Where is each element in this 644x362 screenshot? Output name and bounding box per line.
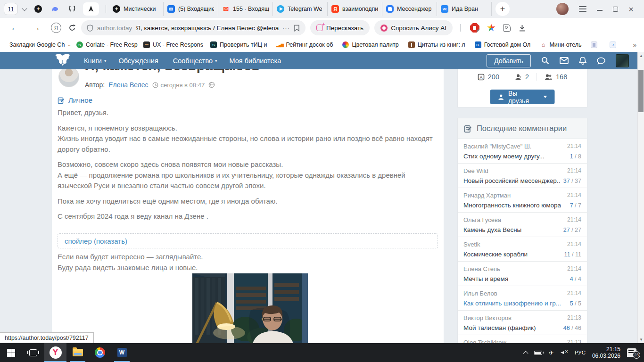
tab-list-chevron-icon[interactable] xyxy=(22,6,27,11)
comment-item[interactable]: Василий "MistyCave" Ш. 21:14 Стих одному… xyxy=(458,139,587,164)
task-view-button[interactable] xyxy=(22,343,44,362)
messages-button[interactable] xyxy=(560,57,569,64)
comment-item[interactable]: Виктор Викторов 21:13 Мой талисман (фанф… xyxy=(458,311,587,335)
notifications-button[interactable] xyxy=(579,57,586,65)
reload-button[interactable] xyxy=(68,24,76,32)
stat-works[interactable]: A 200 xyxy=(470,73,507,81)
browser-tab[interactable]: Мессенджер xyxy=(382,2,437,16)
notification-center-button[interactable]: 23 xyxy=(627,348,636,357)
browser-tab[interactable]: взаимоподпи xyxy=(328,2,382,16)
author-link[interactable]: Елена Велес xyxy=(108,81,148,89)
comment-item[interactable]: Dee Wild 21:14 Новый российский мессендж… xyxy=(458,164,587,188)
bookmark-item[interactable]: Цитаты из книг: л xyxy=(405,41,469,48)
battery-icon[interactable] xyxy=(534,351,542,355)
tray-expand-icon[interactable] xyxy=(523,351,528,356)
taskbar-chrome[interactable] xyxy=(89,343,111,362)
comment-work-title[interactable]: Как отличить шизофрению и гр... xyxy=(463,300,561,307)
scrollbar-thumb[interactable] xyxy=(638,70,644,112)
comment-work-title[interactable]: Новый российский мессенджер... xyxy=(463,177,560,184)
tag-extension-icon[interactable] xyxy=(503,24,511,32)
scroll-up-arrow[interactable]: ▲ xyxy=(638,52,644,59)
taskbar-file-explorer[interactable] xyxy=(66,343,89,362)
nav-item[interactable]: Книги ▾ xyxy=(84,57,106,65)
comment-author[interactable]: Илья Белов xyxy=(463,290,497,297)
forward-button[interactable]: → xyxy=(28,23,44,33)
comment-author[interactable]: Виктор Викторов xyxy=(463,314,512,321)
comment-item[interactable]: Елена Степь 21:14 Мечты и время 4 / 4 xyxy=(458,262,587,286)
comment-work-title[interactable]: Камень духа Весны xyxy=(463,226,521,233)
comment-author[interactable]: Svetik xyxy=(463,241,480,248)
bookmark-item[interactable]: Цветовая палитр xyxy=(339,41,402,48)
post-category-link[interactable]: Личное xyxy=(58,96,92,104)
friends-button[interactable]: Вы друзья xyxy=(490,90,555,104)
comment-work-title[interactable]: Космические корабли xyxy=(463,251,528,258)
adblock-extension-icon[interactable]: 1 xyxy=(470,23,479,33)
page-scrollbar[interactable]: ▲ ▼ xyxy=(637,52,644,343)
nav-item[interactable]: Моя библиотека xyxy=(230,57,284,65)
bookmark-icon[interactable] xyxy=(294,25,300,32)
stat-subscribers[interactable]: 168 xyxy=(537,73,575,81)
new-tab-button[interactable]: + xyxy=(495,2,510,16)
minimize-button[interactable] xyxy=(597,10,603,11)
author-today-logo[interactable] xyxy=(54,54,72,68)
browser-menu-icon[interactable] xyxy=(579,6,586,12)
comment-work-title[interactable]: Мой талисман (фанфик) xyxy=(463,324,536,331)
tab-counter[interactable]: 11 xyxy=(4,3,18,15)
browser-tab[interactable]: (5) Входящие xyxy=(164,2,218,16)
comment-author[interactable]: Елена Степь xyxy=(463,265,500,272)
scroll-down-arrow[interactable]: ▼ xyxy=(638,336,644,343)
search-button[interactable] xyxy=(541,57,549,65)
pinned-tab-laurel[interactable] xyxy=(66,2,78,16)
address-more-icon[interactable]: ··· xyxy=(282,25,290,32)
comment-item[interactable]: Ричард Хартман 21:14 Многогранность книж… xyxy=(458,188,587,213)
comment-author[interactable]: Oleg Tschikirew xyxy=(463,339,506,343)
yandex-home-icon[interactable]: Я xyxy=(51,23,61,33)
comment-author[interactable]: Василий "MistyCave" Ш. xyxy=(463,143,531,150)
comment-item[interactable]: Oleg Tschikirew 21:13 Рецензия на роман … xyxy=(458,335,587,343)
bookmark-item[interactable]: Проверить тИЦ и xyxy=(206,41,271,48)
pinned-tab-author-today[interactable] xyxy=(32,2,44,16)
spoiler-toggle[interactable]: спойлер (показать) xyxy=(58,233,438,248)
comment-work-title[interactable]: Мечты и время xyxy=(463,275,508,282)
bookmark-item[interactable] xyxy=(587,41,604,48)
close-button[interactable]: × xyxy=(628,5,634,14)
star-extension-icon[interactable] xyxy=(487,24,495,32)
comment-item[interactable]: Svetik 21:14 Космические корабли 11 / 11 xyxy=(458,237,587,262)
volume-muted-icon[interactable] xyxy=(561,350,568,355)
bookmark-item[interactable] xyxy=(606,41,623,48)
airplane-mode-icon[interactable]: ✈ xyxy=(549,349,554,356)
address-bar[interactable]: author.today Я, кажется, возвращаюсь / Е… xyxy=(81,20,305,35)
pinned-tab-active-arrow[interactable] xyxy=(83,2,99,16)
back-button[interactable]: ← xyxy=(7,23,23,33)
bookmark-item[interactable]: UX - Free Respons xyxy=(140,41,205,48)
comment-item[interactable]: Илья Белов 21:14 Как отличить шизофрению… xyxy=(458,286,587,311)
comment-author[interactable]: Ольга Гусева xyxy=(463,216,501,223)
nav-item[interactable]: Сообщество ▾ xyxy=(173,57,217,65)
author-avatar[interactable] xyxy=(58,66,79,87)
language-indicator[interactable]: РУС xyxy=(575,350,586,355)
user-avatar[interactable] xyxy=(616,54,629,67)
comment-work-title[interactable]: Стих одному моему другу... xyxy=(463,153,545,160)
bookmarks-folder[interactable]: Закладки Google Ch ⌄ xyxy=(6,41,71,48)
browser-tab[interactable]: Ида Вран xyxy=(437,2,492,16)
taskbar-word[interactable]: W xyxy=(111,343,133,362)
taskbar-yandex-browser[interactable] xyxy=(44,343,66,362)
browser-profile-avatar[interactable] xyxy=(556,3,569,15)
clock[interactable]: 21:15 06.03.2026 xyxy=(592,346,620,359)
downloads-button[interactable] xyxy=(518,24,526,32)
browser-tab[interactable]: 155 · Входящ xyxy=(218,2,273,16)
browser-tab[interactable]: Мистически xyxy=(109,2,164,16)
comment-author[interactable]: Dee Wild xyxy=(463,167,488,174)
maximize-button[interactable] xyxy=(613,7,618,12)
comment-author[interactable]: Ричард Хартман xyxy=(463,192,511,199)
nav-item[interactable]: Обсуждения xyxy=(118,57,160,65)
comments-button[interactable] xyxy=(597,57,605,65)
bookmark-item[interactable]: Corlate - Free Resp xyxy=(73,41,138,48)
ask-alice-button[interactable]: Спросить Алису AI xyxy=(374,20,453,35)
comment-item[interactable]: Ольга Гусева 21:14 Камень духа Весны 27 … xyxy=(458,213,587,237)
bookmark-item[interactable]: Мини-отель xyxy=(536,41,585,48)
comment-work-title[interactable]: Многогранность книжного юмора xyxy=(463,202,561,209)
bookmark-item[interactable]: Рейтинг досок об xyxy=(272,41,337,48)
stat-friends[interactable]: 2 xyxy=(507,73,537,81)
bookmark-item[interactable]: Гостевой дом Ол xyxy=(471,41,535,48)
